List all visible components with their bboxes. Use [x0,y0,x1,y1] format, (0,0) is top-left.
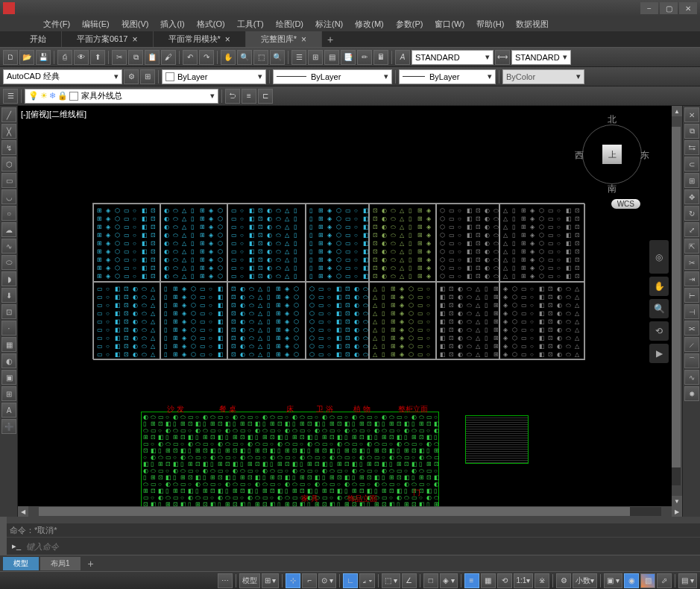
layout-tab-0[interactable]: 模型 [3,557,39,570]
arc-tool[interactable]: ◡ [1,189,16,204]
doc-tab-0[interactable]: 开始 [15,31,62,47]
clean-screen-button[interactable]: ⬀ [657,573,672,588]
circle-tool[interactable]: ○ [1,206,16,221]
quickcalc-button[interactable]: 🖩 [373,50,388,65]
offset-tool[interactable]: ⊂ [684,157,699,171]
new-button[interactable]: 🗋 [3,50,18,65]
quick-properties-button[interactable]: ▣ ▾ [604,573,622,588]
doc-tab-close-3[interactable]: × [301,34,306,45]
isodraft-button[interactable]: ⬚ ▾ [382,573,400,588]
zoom-previous-button[interactable]: 🔍 [270,50,285,65]
polar-tracking-button[interactable]: ⦟ ▾ [359,573,375,588]
vertical-scrollbar[interactable]: ▲ ▼ [672,106,682,506]
color-combo[interactable]: ByLayer [162,69,266,84]
layer-manager-button[interactable]: ☰ [3,89,18,104]
3d-osnap-button[interactable]: ◈ ▾ [440,573,458,588]
revision-cloud-tool[interactable]: ☁ [1,222,16,237]
text-style-button[interactable]: A [395,50,410,65]
make-block-tool[interactable]: ⊡ [1,304,16,319]
ortho-button[interactable]: ∟ [343,573,358,588]
command-panel-grip[interactable] [0,523,7,555]
region-tool[interactable]: ▣ [1,370,16,385]
viewcube-east[interactable]: 东 [640,149,649,162]
command-input[interactable] [26,542,697,551]
scroll-right-button[interactable]: ▶ [672,506,682,517]
drawing-viewport[interactable]: [-][俯视][二维线框] 上 北 南 东 西 WCS ◎ ✋ 🔍 [18,106,672,506]
infer-constraints-button[interactable]: ⌐ [302,573,317,588]
point-tool[interactable]: · [1,321,16,336]
menu-3[interactable]: 插入(I) [154,16,190,31]
workspace-combo[interactable]: AutoCAD 经典 [3,69,122,84]
stretch-tool[interactable]: ⇱ [684,239,699,253]
menu-11[interactable]: 帮助(H) [470,16,510,31]
layer-state-button[interactable]: ≡ [242,89,256,104]
customization-button[interactable]: ▤ ▾ [678,573,697,588]
workspace-settings-button[interactable]: ⚙ [124,69,139,84]
selection-cycling-button[interactable]: ⟲ [497,573,512,588]
menu-5[interactable]: 工具(T) [231,16,270,31]
doc-tab-close-1[interactable]: × [132,34,137,45]
pan-button[interactable]: ✋ [221,50,236,65]
osnap-tracking-button[interactable]: ∠ [402,573,417,588]
hatch-tool[interactable]: ▦ [1,337,16,352]
copy-button[interactable]: ⧉ [128,50,143,65]
scale-tool[interactable]: ⤢ [684,222,699,237]
plotstyle-combo[interactable]: ByColor [502,69,584,84]
viewcube-west[interactable]: 西 [575,149,584,162]
array-tool[interactable]: ⊞ [684,173,699,188]
spline-tool[interactable]: ∿ [1,239,16,253]
text-style-combo[interactable]: STANDARD [412,50,494,65]
layout-tab-add[interactable]: + [82,556,100,571]
ellipse-arc-tool[interactable]: ◗ [1,271,16,286]
menu-12[interactable]: 数据视图 [510,16,555,31]
fillet-tool[interactable]: ⌒ [684,353,699,368]
add-selected-tool[interactable]: ➕ [1,419,16,434]
redo-button[interactable]: ↷ [199,50,214,65]
join-tool[interactable]: ⫘ [684,321,699,336]
mtext-tool[interactable]: A [1,403,16,418]
menu-0[interactable]: 文件(F) [37,16,76,31]
move-tool[interactable]: ✥ [684,189,699,204]
annotation-scale-button[interactable]: 1:1 ▾ [514,573,534,588]
menu-10[interactable]: 窗口(W) [429,16,470,31]
viewcube[interactable]: 上 北 南 东 西 [575,113,649,195]
maximize-button[interactable]: ▢ [660,2,678,14]
line-tool[interactable]: ╱ [1,107,16,122]
hardware-accel-button[interactable]: ◉ [624,573,639,588]
erase-tool[interactable]: ✕ [684,107,699,122]
open-button[interactable]: 📂 [19,50,34,65]
close-button[interactable]: ✕ [679,2,697,14]
menu-4[interactable]: 格式(O) [191,16,231,31]
steering-wheel-button[interactable]: ◎ [649,240,669,274]
2d-osnap-button[interactable]: □ [423,573,438,588]
scroll-left-button[interactable]: ◀ [18,506,28,517]
zoom-realtime-button[interactable]: 🔍 [237,50,252,65]
hscroll-thumb[interactable] [39,507,630,516]
doc-tab-2[interactable]: 平面常用模块*× [154,31,246,47]
layer-isolate-button[interactable]: ⊏ [258,89,273,104]
doc-tab-close-2[interactable]: × [225,34,230,45]
viewcube-south[interactable]: 南 [608,183,617,195]
doc-tab-3[interactable]: 完整图库*× [246,31,322,47]
construction-line-tool[interactable]: ╳ [1,124,16,139]
menu-6[interactable]: 绘图(D) [270,16,309,31]
print-preview-button[interactable]: 👁 [74,50,89,65]
doc-tab-add[interactable]: + [322,31,338,47]
annotation-visibility-button[interactable]: ※ [535,573,549,588]
insert-block-tool[interactable]: ⬇ [1,288,16,303]
doc-tab-1[interactable]: 平面方案0617× [62,31,154,47]
nav-pan-button[interactable]: ✋ [649,277,669,296]
zoom-window-button[interactable]: ⬚ [253,50,268,65]
extend-tool[interactable]: ⇥ [684,271,699,286]
paste-button[interactable]: 📋 [145,50,160,65]
isolate-objects-button[interactable]: ▧ [640,573,655,588]
explode-tool[interactable]: ✸ [684,386,699,401]
transparency-button[interactable]: ▦ [481,573,496,588]
model-space-button[interactable]: 模型 [239,573,260,588]
layer-combo[interactable]: 💡 ☀ ❄ 🔒 家具外线总 [25,89,218,104]
menu-1[interactable]: 编辑(E) [76,16,116,31]
horizontal-scrollbar[interactable]: ◀ ▶ [18,506,682,517]
workspace-save-button[interactable]: ⊞ [140,69,155,84]
gradient-tool[interactable]: ◐ [1,353,16,368]
snap-mode-button[interactable]: ⊹ [286,573,300,588]
